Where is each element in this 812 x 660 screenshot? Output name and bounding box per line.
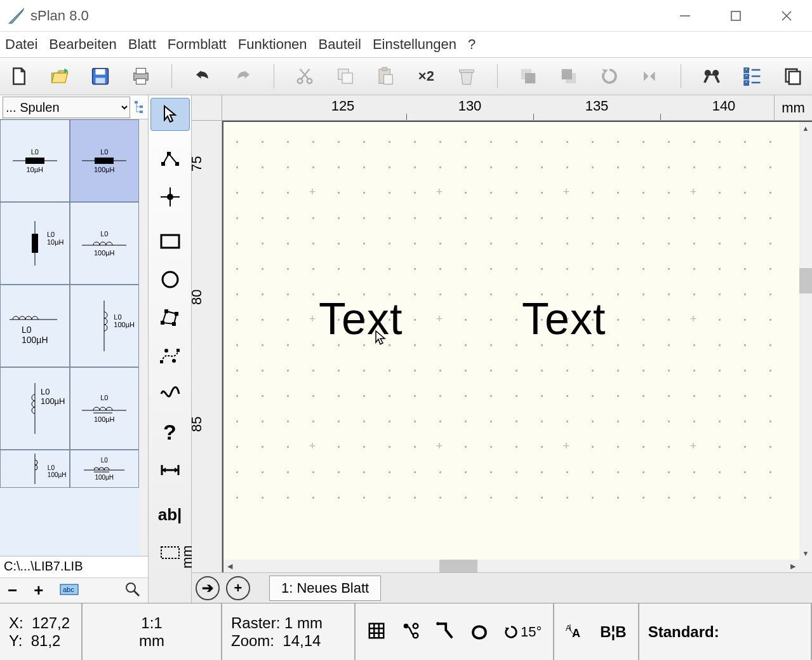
tool-rectangle[interactable]	[150, 225, 190, 258]
library-panel: ... Spulen L0 10µH L0 100µH L010µH L0	[0, 95, 149, 603]
svg-point-69	[172, 359, 176, 363]
minimize-button[interactable]	[660, 0, 710, 32]
snap-node-icon[interactable]	[401, 621, 420, 643]
tree-view-icon[interactable]	[131, 97, 148, 118]
zoom-in-icon[interactable]: +	[34, 581, 43, 600]
menu-einstellungen[interactable]: Einstellungen	[373, 36, 456, 53]
menu-formblatt[interactable]: Formblatt	[168, 36, 227, 53]
redo-button[interactable]	[230, 64, 256, 89]
library-cell[interactable]: L010µH	[0, 202, 70, 285]
maximize-button[interactable]	[710, 0, 761, 32]
library-cell[interactable]: L0100µH	[70, 285, 140, 367]
canvas-area: 125 130 135 140 mm 75 80 85 mm /* grid d…	[192, 95, 812, 603]
menu-funktionen[interactable]: Funktionen	[238, 36, 307, 53]
svg-text:abc: abc	[63, 586, 74, 593]
mirror-button[interactable]	[637, 64, 663, 89]
tool-dimension[interactable]	[150, 454, 190, 487]
svg-rect-73	[161, 547, 179, 558]
tool-node[interactable]	[150, 180, 190, 213]
canvas-text[interactable]: Text	[319, 293, 403, 344]
tool-special[interactable]: ?	[150, 415, 190, 448]
next-sheet-button[interactable]: ➔	[196, 576, 220, 600]
svg-rect-1	[731, 11, 740, 20]
layers-button[interactable]	[780, 64, 806, 89]
font-style-icon[interactable]: AA	[566, 622, 585, 642]
app-icon	[8, 7, 25, 25]
title-bar: sPlan 8.0	[0, 0, 812, 32]
angle-snap[interactable]: 15°	[504, 624, 542, 640]
tool-polyline[interactable]	[150, 142, 190, 175]
svg-rect-62	[161, 321, 164, 325]
library-selector[interactable]: ... Spulen	[3, 97, 130, 118]
label-toggle-icon[interactable]: abc	[60, 584, 79, 598]
tool-bezier[interactable]	[150, 339, 190, 372]
svg-point-52	[126, 583, 135, 592]
tool-circle[interactable]	[150, 263, 190, 296]
cut-button[interactable]	[292, 64, 317, 89]
main-toolbar: ×2	[0, 57, 812, 95]
svg-rect-17	[460, 70, 474, 72]
rotate-button[interactable]	[597, 64, 622, 89]
svg-rect-40	[32, 234, 38, 253]
menu-bearbeiten[interactable]: Bearbeiten	[49, 36, 116, 53]
copy-button[interactable]	[333, 64, 358, 89]
sheet-tab[interactable]: 1: Neues Blatt	[269, 576, 381, 601]
library-cell[interactable]: L0 10µH	[0, 119, 70, 202]
tool-strip: ? ab|	[149, 95, 192, 603]
grid-toggle-icon[interactable]	[367, 621, 386, 643]
library-cell[interactable]: L0100µH	[0, 367, 70, 450]
new-button[interactable]	[6, 64, 32, 89]
app-title: sPlan 8.0	[30, 8, 89, 24]
canvas-scrollbar-horizontal[interactable]: ◀▶	[223, 560, 812, 572]
library-cell[interactable]: L0 100µH	[70, 367, 140, 450]
menu-datei[interactable]: Datei	[5, 36, 37, 53]
svg-line-53	[134, 591, 139, 596]
paste-button[interactable]	[373, 64, 399, 89]
mirror-text-icon[interactable]: B¦B	[600, 623, 626, 641]
open-button[interactable]	[47, 64, 72, 89]
snap-contour-icon[interactable]	[470, 621, 489, 643]
save-button[interactable]	[88, 64, 113, 89]
library-cell[interactable]: L0 100µH	[70, 450, 140, 488]
checklist-button[interactable]	[740, 64, 765, 89]
sheet-tab-row: ➔ + 1: Neues Blatt	[192, 572, 812, 603]
svg-text:A: A	[572, 627, 580, 640]
svg-rect-19	[525, 73, 535, 83]
library-scrollbar[interactable]: ▲ ▼	[139, 119, 148, 556]
svg-rect-9	[136, 79, 145, 84]
tool-polygon[interactable]	[150, 301, 190, 334]
svg-point-68	[164, 349, 168, 353]
front-button[interactable]	[516, 64, 541, 89]
magnifier-icon[interactable]	[125, 582, 140, 600]
add-sheet-button[interactable]: +	[226, 576, 250, 600]
library-cell[interactable]: L0100µH	[0, 285, 70, 367]
menu-help[interactable]: ?	[468, 36, 476, 53]
menu-bauteil[interactable]: Bauteil	[319, 36, 361, 53]
library-cell[interactable]: L0 100µH	[70, 119, 140, 202]
library-cell[interactable]: L0100µH	[0, 450, 70, 488]
close-button[interactable]	[761, 0, 812, 32]
tool-freehand[interactable]	[150, 377, 190, 410]
library-cell[interactable]: L0 100µH	[70, 202, 140, 285]
delete-button[interactable]	[454, 64, 479, 89]
svg-point-77	[436, 622, 439, 625]
drawing-canvas[interactable]: /* grid drawn below by generator */ ++++…	[222, 121, 812, 572]
svg-rect-60	[161, 235, 179, 248]
find-button[interactable]	[699, 64, 724, 89]
canvas-scrollbar-vertical[interactable]: ▲▼	[799, 122, 812, 572]
undo-button[interactable]	[190, 64, 215, 89]
svg-rect-38	[95, 158, 114, 164]
svg-rect-5	[95, 69, 105, 75]
tool-text[interactable]: ab|	[150, 498, 190, 531]
canvas-text[interactable]: Text	[522, 293, 606, 344]
menu-blatt[interactable]: Blatt	[128, 36, 156, 53]
back-button[interactable]	[556, 64, 582, 89]
coordinates-pane: X: 127,2 Y: 81,2	[0, 603, 83, 660]
svg-rect-66	[160, 360, 163, 363]
tool-pointer[interactable]	[150, 98, 190, 131]
svg-point-74	[404, 623, 409, 628]
print-button[interactable]	[128, 64, 154, 89]
duplicate-button[interactable]: ×2	[413, 64, 439, 89]
snap-endpoint-icon[interactable]	[436, 621, 455, 643]
zoom-out-icon[interactable]: −	[8, 581, 17, 600]
